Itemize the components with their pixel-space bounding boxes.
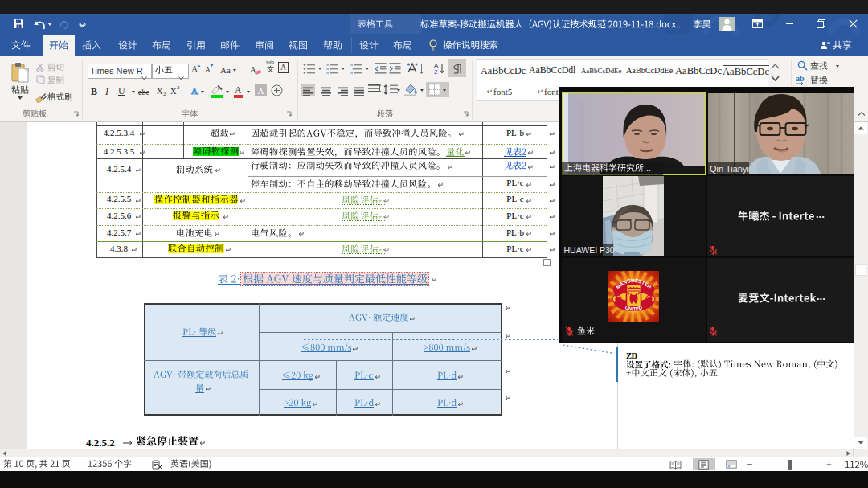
svg-text:Z: Z — [434, 68, 438, 75]
